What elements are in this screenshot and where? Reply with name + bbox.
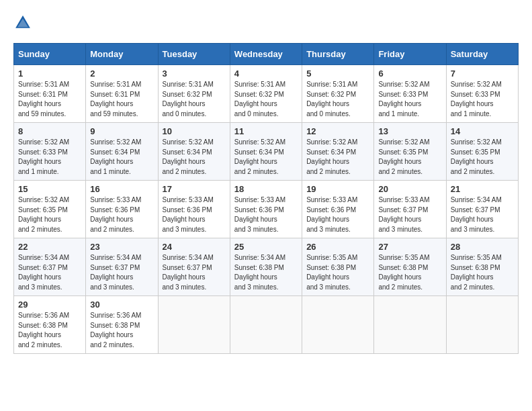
calendar-cell: [158, 296, 230, 354]
calendar-cell: 9Sunrise: 5:32 AMSunset: 6:34 PMDaylight…: [86, 123, 158, 181]
day-detail: Sunrise: 5:31 AMSunset: 6:32 PMDaylight …: [163, 80, 226, 119]
day-detail: Sunrise: 5:31 AMSunset: 6:31 PMDaylight …: [90, 80, 153, 119]
day-number: 21: [451, 184, 514, 194]
calendar-cell: 4Sunrise: 5:31 AMSunset: 6:32 PMDaylight…: [230, 65, 302, 123]
calendar-week-row: 15Sunrise: 5:32 AMSunset: 6:35 PMDayligh…: [14, 181, 519, 238]
calendar-cell: 12Sunrise: 5:32 AMSunset: 6:34 PMDayligh…: [302, 123, 374, 181]
day-detail: Sunrise: 5:32 AMSunset: 6:33 PMDaylight …: [451, 80, 514, 119]
day-header-tuesday: Tuesday: [158, 44, 230, 65]
day-number: 3: [163, 68, 226, 79]
day-number: 26: [306, 242, 369, 252]
calendar-week-row: 8Sunrise: 5:32 AMSunset: 6:33 PMDaylight…: [14, 123, 519, 181]
calendar-cell: [446, 296, 518, 354]
day-number: 28: [451, 242, 514, 252]
calendar-cell: 6Sunrise: 5:32 AMSunset: 6:33 PMDaylight…: [374, 65, 446, 123]
day-detail: Sunrise: 5:33 AMSunset: 6:36 PMDaylight …: [163, 195, 226, 234]
calendar-cell: 7Sunrise: 5:32 AMSunset: 6:33 PMDaylight…: [446, 65, 518, 123]
day-number: 12: [306, 126, 369, 136]
day-number: 17: [163, 184, 226, 194]
calendar-cell: 13Sunrise: 5:32 AMSunset: 6:35 PMDayligh…: [374, 123, 446, 181]
day-number: 25: [234, 242, 298, 252]
calendar-cell: 3Sunrise: 5:31 AMSunset: 6:32 PMDaylight…: [158, 65, 230, 123]
day-detail: Sunrise: 5:33 AMSunset: 6:37 PMDaylight …: [378, 195, 441, 234]
calendar-cell: 24Sunrise: 5:34 AMSunset: 6:37 PMDayligh…: [158, 238, 230, 296]
calendar-week-row: 29Sunrise: 5:36 AMSunset: 6:38 PMDayligh…: [14, 296, 519, 354]
day-number: 19: [306, 184, 369, 194]
day-detail: Sunrise: 5:32 AMSunset: 6:34 PMDaylight …: [90, 138, 153, 177]
day-detail: Sunrise: 5:35 AMSunset: 6:38 PMDaylight …: [451, 253, 514, 292]
day-number: 18: [234, 184, 298, 194]
day-number: 15: [18, 184, 81, 194]
day-number: 22: [18, 242, 81, 252]
day-number: 4: [234, 68, 298, 79]
day-detail: Sunrise: 5:36 AMSunset: 6:38 PMDaylight …: [18, 311, 81, 350]
calendar-cell: 1Sunrise: 5:31 AMSunset: 6:31 PMDaylight…: [14, 65, 86, 123]
day-detail: Sunrise: 5:34 AMSunset: 6:37 PMDaylight …: [163, 253, 226, 292]
calendar-cell: 14Sunrise: 5:32 AMSunset: 6:35 PMDayligh…: [446, 123, 518, 181]
day-detail: Sunrise: 5:31 AMSunset: 6:32 PMDaylight …: [306, 80, 369, 119]
calendar-cell: 25Sunrise: 5:34 AMSunset: 6:38 PMDayligh…: [230, 238, 302, 296]
day-header-friday: Friday: [374, 44, 446, 65]
day-number: 29: [18, 300, 81, 310]
calendar-cell: 8Sunrise: 5:32 AMSunset: 6:33 PMDaylight…: [14, 123, 86, 181]
day-header-saturday: Saturday: [446, 44, 518, 65]
day-number: 23: [90, 242, 153, 252]
calendar-cell: [230, 296, 302, 354]
calendar-cell: 21Sunrise: 5:34 AMSunset: 6:37 PMDayligh…: [446, 181, 518, 238]
day-number: 14: [451, 126, 514, 136]
calendar-cell: 30Sunrise: 5:36 AMSunset: 6:38 PMDayligh…: [86, 296, 158, 354]
day-number: 27: [378, 242, 441, 252]
calendar-cell: 16Sunrise: 5:33 AMSunset: 6:36 PMDayligh…: [86, 181, 158, 238]
day-header-thursday: Thursday: [302, 44, 374, 65]
calendar-table: SundayMondayTuesdayWednesdayThursdayFrid…: [13, 43, 519, 354]
day-number: 5: [306, 68, 369, 79]
day-detail: Sunrise: 5:32 AMSunset: 6:34 PMDaylight …: [234, 138, 298, 177]
calendar-cell: 22Sunrise: 5:34 AMSunset: 6:37 PMDayligh…: [14, 238, 86, 296]
day-detail: Sunrise: 5:34 AMSunset: 6:37 PMDaylight …: [451, 195, 514, 234]
day-number: 30: [90, 300, 153, 310]
day-detail: Sunrise: 5:34 AMSunset: 6:37 PMDaylight …: [90, 253, 153, 292]
day-detail: Sunrise: 5:31 AMSunset: 6:32 PMDaylight …: [234, 80, 298, 119]
day-number: 20: [378, 184, 441, 194]
day-number: 9: [90, 126, 153, 136]
day-detail: Sunrise: 5:35 AMSunset: 6:38 PMDaylight …: [306, 253, 369, 292]
calendar-cell: 26Sunrise: 5:35 AMSunset: 6:38 PMDayligh…: [302, 238, 374, 296]
calendar-cell: 2Sunrise: 5:31 AMSunset: 6:31 PMDaylight…: [86, 65, 158, 123]
day-detail: Sunrise: 5:33 AMSunset: 6:36 PMDaylight …: [90, 195, 153, 234]
calendar-cell: 15Sunrise: 5:32 AMSunset: 6:35 PMDayligh…: [14, 181, 86, 238]
calendar-header-row: SundayMondayTuesdayWednesdayThursdayFrid…: [14, 44, 519, 65]
day-header-sunday: Sunday: [14, 44, 86, 65]
calendar-cell: 29Sunrise: 5:36 AMSunset: 6:38 PMDayligh…: [14, 296, 86, 354]
day-number: 16: [90, 184, 153, 194]
day-detail: Sunrise: 5:32 AMSunset: 6:35 PMDaylight …: [18, 195, 81, 234]
day-detail: Sunrise: 5:34 AMSunset: 6:37 PMDaylight …: [18, 253, 81, 292]
day-number: 1: [18, 68, 81, 79]
calendar-week-row: 1Sunrise: 5:31 AMSunset: 6:31 PMDaylight…: [14, 65, 519, 123]
calendar-cell: 5Sunrise: 5:31 AMSunset: 6:32 PMDaylight…: [302, 65, 374, 123]
day-detail: Sunrise: 5:31 AMSunset: 6:31 PMDaylight …: [18, 80, 81, 119]
calendar-cell: 10Sunrise: 5:32 AMSunset: 6:34 PMDayligh…: [158, 123, 230, 181]
calendar-week-row: 22Sunrise: 5:34 AMSunset: 6:37 PMDayligh…: [14, 238, 519, 296]
day-detail: Sunrise: 5:32 AMSunset: 6:35 PMDaylight …: [378, 138, 441, 177]
calendar-cell: 23Sunrise: 5:34 AMSunset: 6:37 PMDayligh…: [86, 238, 158, 296]
calendar-cell: 20Sunrise: 5:33 AMSunset: 6:37 PMDayligh…: [374, 181, 446, 238]
calendar-cell: 28Sunrise: 5:35 AMSunset: 6:38 PMDayligh…: [446, 238, 518, 296]
day-number: 10: [163, 126, 226, 136]
day-number: 6: [378, 68, 441, 79]
calendar-cell: [302, 296, 374, 354]
day-detail: Sunrise: 5:34 AMSunset: 6:38 PMDaylight …: [234, 253, 298, 292]
calendar-cell: [374, 296, 446, 354]
day-detail: Sunrise: 5:35 AMSunset: 6:38 PMDaylight …: [378, 253, 441, 292]
calendar-cell: 19Sunrise: 5:33 AMSunset: 6:36 PMDayligh…: [302, 181, 374, 238]
day-detail: Sunrise: 5:33 AMSunset: 6:36 PMDaylight …: [306, 195, 369, 234]
calendar-cell: 11Sunrise: 5:32 AMSunset: 6:34 PMDayligh…: [230, 123, 302, 181]
calendar-cell: 27Sunrise: 5:35 AMSunset: 6:38 PMDayligh…: [374, 238, 446, 296]
calendar-cell: 17Sunrise: 5:33 AMSunset: 6:36 PMDayligh…: [158, 181, 230, 238]
day-number: 7: [451, 68, 514, 79]
logo-icon: [13, 13, 32, 32]
day-detail: Sunrise: 5:36 AMSunset: 6:38 PMDaylight …: [90, 311, 153, 350]
day-detail: Sunrise: 5:32 AMSunset: 6:34 PMDaylight …: [306, 138, 369, 177]
day-number: 8: [18, 126, 81, 136]
page-header: [13, 13, 519, 32]
day-number: 11: [234, 126, 298, 136]
